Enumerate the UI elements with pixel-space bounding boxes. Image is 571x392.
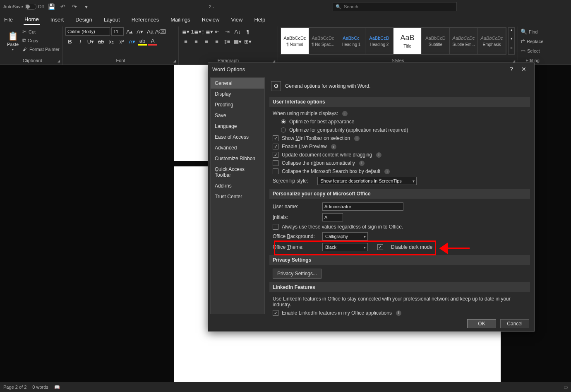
- italic-icon[interactable]: I: [76, 37, 85, 46]
- font-color-icon[interactable]: A: [148, 37, 157, 46]
- shrink-font-icon[interactable]: A▾: [135, 27, 144, 36]
- ok-button[interactable]: OK: [467, 319, 496, 328]
- style-heading2[interactable]: AaBbCcDHeading 2: [365, 28, 393, 54]
- show-marks-icon[interactable]: ¶: [243, 27, 252, 36]
- privacy-button[interactable]: Privacy Settings...: [273, 269, 321, 279]
- select-button[interactable]: ▭Select: [521, 46, 545, 55]
- nav-custribbon[interactable]: Customize Ribbon: [211, 153, 264, 164]
- cut-button[interactable]: ✂Cut: [22, 27, 60, 36]
- style-emphasis[interactable]: AaBbCcDcEmphasis: [478, 28, 506, 54]
- chk-live[interactable]: [273, 144, 278, 149]
- change-case-icon[interactable]: Aa: [146, 27, 155, 36]
- borders-icon[interactable]: ⊞▾: [243, 37, 252, 46]
- paste-button[interactable]: 📋Paste▾: [5, 27, 21, 55]
- initials-input[interactable]: [322, 213, 343, 221]
- dialog-launcher-icon[interactable]: ◢: [173, 59, 176, 63]
- save-icon[interactable]: 💾: [47, 2, 55, 11]
- numbering-icon[interactable]: 1≣▾: [192, 27, 201, 36]
- tab-view[interactable]: View: [230, 15, 243, 24]
- nav-proofing[interactable]: Proofing: [211, 99, 264, 110]
- sort-icon[interactable]: A↓: [233, 27, 242, 36]
- nav-advanced[interactable]: Advanced: [211, 142, 264, 153]
- autosave-toggle[interactable]: AutoSave Off: [3, 4, 44, 10]
- style-title[interactable]: AaBTitle: [393, 28, 422, 54]
- copy-button[interactable]: ⧉Copy: [22, 36, 60, 45]
- radio-compat[interactable]: [281, 127, 286, 132]
- info-icon[interactable]: [384, 169, 390, 174]
- bullets-icon[interactable]: ≣▾: [181, 27, 190, 36]
- status-words[interactable]: 0 words: [32, 385, 48, 390]
- info-icon[interactable]: [376, 152, 381, 158]
- chk-linkedin[interactable]: [273, 310, 278, 316]
- multilevel-icon[interactable]: ⋮≣▾: [202, 27, 211, 36]
- styles-gallery[interactable]: AaBbCcDc¶ Normal AaBbCcDc¶ No Spac... Aa…: [281, 27, 506, 55]
- info-icon[interactable]: [342, 111, 348, 116]
- undo-icon[interactable]: ↶: [59, 2, 67, 11]
- indent-inc-icon[interactable]: ⇥: [223, 27, 232, 36]
- help-icon[interactable]: ?: [505, 66, 518, 72]
- font-size-select[interactable]: [111, 27, 124, 36]
- status-page[interactable]: Page 2 of 2: [3, 385, 26, 390]
- replace-button[interactable]: ⇄Replace: [521, 37, 545, 46]
- align-center-icon[interactable]: ≡: [192, 37, 201, 46]
- nav-qat[interactable]: Quick Access Toolbar: [211, 164, 264, 180]
- indent-dec-icon[interactable]: ⇤: [212, 27, 221, 36]
- theme-combo[interactable]: Black: [322, 243, 368, 251]
- info-icon[interactable]: [359, 161, 365, 166]
- tab-mailings[interactable]: Mailings: [170, 15, 191, 24]
- cancel-button[interactable]: Cancel: [500, 319, 529, 328]
- text-effects-icon[interactable]: A▾: [127, 37, 137, 46]
- dialog-launcher-icon[interactable]: ◢: [58, 59, 60, 63]
- underline-icon[interactable]: U▾: [86, 37, 95, 46]
- focus-mode-icon[interactable]: ▭: [564, 385, 568, 390]
- styles-more[interactable]: ▴▾≡: [508, 27, 515, 55]
- tab-home[interactable]: Home: [24, 14, 40, 25]
- grow-font-icon[interactable]: A▴: [125, 27, 134, 36]
- nav-general[interactable]: General: [211, 78, 264, 89]
- username-input[interactable]: [322, 202, 403, 211]
- style-subtleem[interactable]: AaBbCcDcSubtle Em...: [450, 28, 478, 54]
- search-input[interactable]: Search: [333, 2, 457, 11]
- align-right-icon[interactable]: ≡: [202, 37, 211, 46]
- tab-references[interactable]: References: [131, 15, 160, 24]
- redo-icon[interactable]: ↷: [70, 2, 79, 11]
- shading-icon[interactable]: ▦▾: [233, 37, 242, 46]
- strike-icon[interactable]: ab: [96, 37, 106, 46]
- chk-collapse[interactable]: [273, 160, 278, 166]
- nav-display[interactable]: Display: [211, 89, 264, 99]
- align-left-icon[interactable]: ≡: [181, 37, 190, 46]
- info-icon[interactable]: [396, 310, 401, 316]
- font-name-select[interactable]: [65, 27, 110, 36]
- info-icon[interactable]: [354, 136, 360, 141]
- nav-addins[interactable]: Add-ins: [211, 180, 264, 191]
- close-icon[interactable]: ✕: [518, 66, 530, 72]
- nav-ease[interactable]: Ease of Access: [211, 132, 264, 142]
- style-heading1[interactable]: AaBbCcHeading 1: [337, 28, 365, 54]
- info-icon[interactable]: [331, 144, 336, 149]
- style-subtitle[interactable]: AaBbCcDSubtitle: [422, 28, 450, 54]
- spell-icon[interactable]: 📖: [54, 385, 60, 390]
- tab-file[interactable]: File: [3, 15, 14, 24]
- find-button[interactable]: 🔍Find: [521, 27, 545, 36]
- nav-save[interactable]: Save: [211, 110, 264, 121]
- bold-icon[interactable]: B: [65, 37, 74, 46]
- clear-format-icon[interactable]: A⌫: [156, 27, 165, 36]
- chk-always[interactable]: [273, 224, 278, 230]
- background-combo[interactable]: Calligraphy: [322, 232, 368, 240]
- chk-drag[interactable]: [273, 152, 278, 158]
- tab-help[interactable]: Help: [253, 15, 266, 24]
- style-normal[interactable]: AaBbCcDc¶ Normal: [281, 28, 309, 54]
- chk-mini[interactable]: [273, 135, 278, 141]
- nav-language[interactable]: Language: [211, 121, 264, 132]
- line-spacing-icon[interactable]: ‡≡: [223, 37, 232, 46]
- qat-more-icon[interactable]: ▾: [82, 2, 90, 11]
- style-nospacing[interactable]: AaBbCcDc¶ No Spac...: [309, 28, 337, 54]
- tab-design[interactable]: Design: [74, 15, 93, 24]
- superscript-icon[interactable]: x²: [117, 37, 126, 46]
- tab-layout[interactable]: Layout: [103, 15, 121, 24]
- justify-icon[interactable]: ≡: [212, 37, 221, 46]
- highlight-icon[interactable]: ab: [138, 37, 147, 46]
- subscript-icon[interactable]: x₂: [107, 37, 116, 46]
- tab-review[interactable]: Review: [201, 15, 221, 24]
- format-painter-button[interactable]: 🖌Format Painter: [22, 45, 60, 53]
